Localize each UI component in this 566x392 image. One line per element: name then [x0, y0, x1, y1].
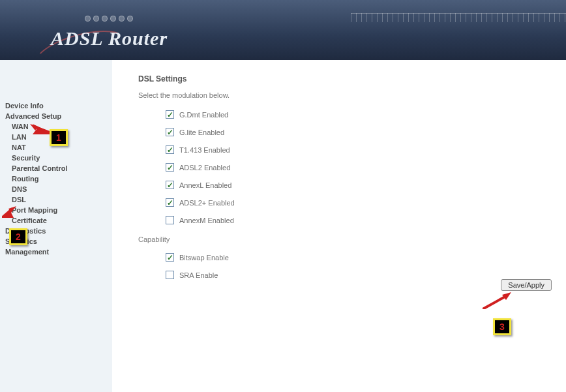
instruction-text: Select the modulation below.	[138, 91, 552, 99]
sidebar-item-port-mapping[interactable]: Port Mapping	[5, 205, 112, 215]
modulation-checkbox[interactable]	[166, 128, 174, 136]
modulation-label[interactable]: T1.413 Enabled	[179, 146, 230, 154]
capability-checkbox[interactable]	[166, 271, 174, 279]
modulation-label[interactable]: AnnexM Enabled	[179, 217, 234, 224]
capability-label[interactable]: SRA Enable	[179, 271, 218, 279]
capability-label[interactable]: Bitswap Enable	[179, 254, 229, 262]
annotation-arrow-3	[483, 292, 511, 309]
modulation-row: G.Dmt Enabled	[166, 106, 552, 123]
svg-line-6	[483, 296, 506, 309]
modulation-checkbox[interactable]	[166, 110, 174, 119]
modulation-label[interactable]: G.Dmt Enabled	[179, 111, 228, 119]
modulation-checkbox[interactable]	[166, 216, 174, 224]
annotation-callout-2: 2	[9, 228, 27, 245]
sidebar-item-dsl[interactable]: DSL	[5, 194, 112, 205]
decorative-dots	[85, 16, 133, 22]
decorative-ruler	[351, 13, 566, 22]
sidebar-item-device-info[interactable]: Device Info	[5, 100, 112, 111]
annotation-number-2: 2	[16, 232, 21, 242]
modulation-label[interactable]: G.lite Enabled	[179, 128, 224, 136]
modulation-checkbox[interactable]	[166, 163, 174, 172]
annotation-arrow-2	[2, 206, 16, 218]
modulation-row: ADSL2 Enabled	[166, 158, 552, 176]
modulation-label[interactable]: ADSL2+ Enabled	[179, 199, 235, 207]
capability-heading: Capability	[138, 235, 552, 243]
modulation-label[interactable]: ADSL2 Enabled	[179, 164, 230, 172]
capability-checkbox[interactable]	[166, 253, 174, 262]
modulation-row: ADSL2+ Enabled	[166, 194, 552, 211]
capability-row: SRA Enable	[166, 266, 552, 284]
sidebar-nav: Device InfoAdvanced SetupWANLANNATSecuri…	[0, 60, 112, 392]
sidebar-item-routing[interactable]: Routing	[5, 173, 112, 184]
sidebar-item-advanced-setup[interactable]: Advanced Setup	[5, 111, 112, 121]
sidebar-item-certificate[interactable]: Certificate	[5, 215, 112, 226]
capability-list: Bitswap EnableSRA Enable	[166, 249, 552, 284]
annotation-number-3: 3	[499, 322, 505, 332]
modulation-checkbox[interactable]	[166, 181, 174, 189]
annotation-number-1: 1	[56, 132, 61, 143]
sidebar-item-security[interactable]: Security	[5, 153, 112, 163]
page-title: DSL Settings	[138, 74, 552, 83]
sidebar-item-parental-control[interactable]: Parental Control	[5, 163, 112, 173]
modulation-checkbox[interactable]	[166, 198, 174, 207]
modulation-row: AnnexM Enabled	[166, 211, 552, 229]
modulation-row: G.lite Enabled	[166, 123, 552, 141]
modulation-checkbox[interactable]	[166, 145, 174, 154]
modulation-row: AnnexL Enabled	[166, 176, 552, 194]
save-apply-button[interactable]: Save/Apply	[501, 279, 552, 291]
modulation-label[interactable]: AnnexL Enabled	[179, 181, 231, 189]
sidebar-item-dns[interactable]: DNS	[5, 184, 112, 194]
product-title: ADSL Router	[51, 27, 168, 50]
annotation-callout-1: 1	[50, 129, 68, 146]
modulation-list: G.Dmt EnabledG.lite EnabledT1.413 Enable…	[166, 106, 552, 229]
sidebar-item-management[interactable]: Management	[5, 247, 112, 257]
header-banner: ADSL Router	[0, 0, 566, 60]
capability-row: Bitswap Enable	[166, 249, 552, 266]
annotation-callout-3: 3	[493, 318, 511, 335]
main-content: DSL Settings Select the modulation below…	[112, 60, 566, 392]
modulation-row: T1.413 Enabled	[166, 141, 552, 158]
